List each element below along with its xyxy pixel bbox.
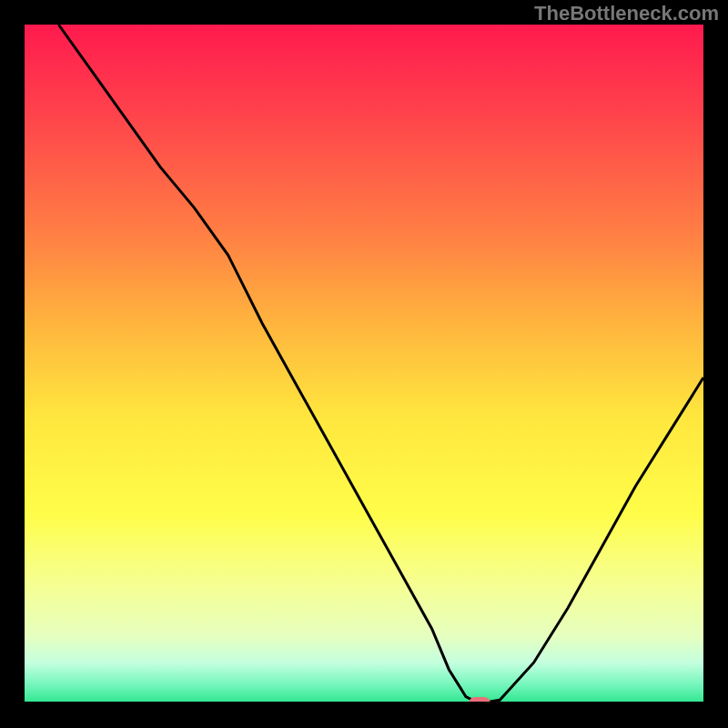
bottleneck-curve	[58, 25, 703, 703]
chart-frame: TheBottleneck.com	[0, 0, 728, 728]
x-axis-line	[25, 702, 703, 703]
plot-area	[25, 25, 703, 703]
watermark-text: TheBottleneck.com	[534, 2, 719, 25]
curve-layer	[25, 25, 703, 703]
